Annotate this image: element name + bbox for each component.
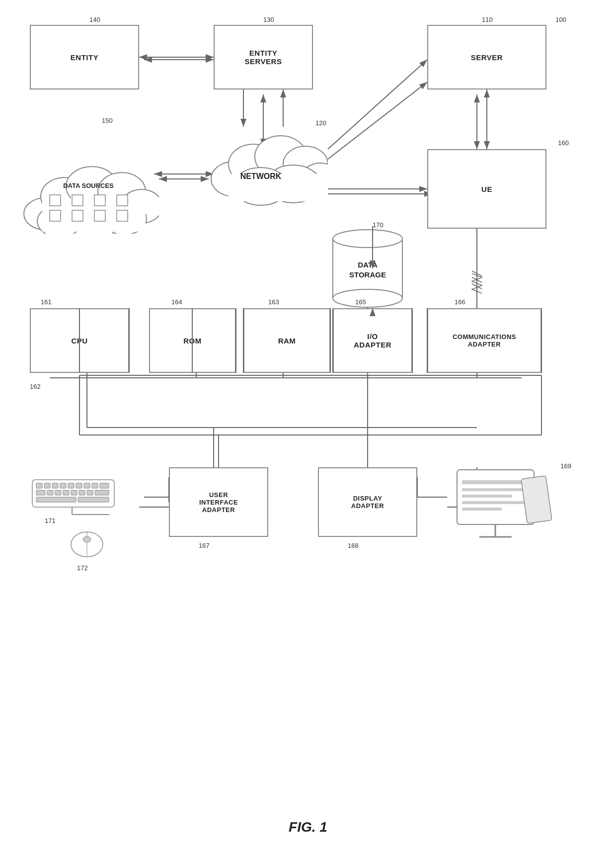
svg-rect-75 — [36, 490, 45, 495]
ref-170: 170 — [373, 221, 384, 229]
svg-rect-53 — [72, 195, 83, 206]
ref-168: 168 — [348, 542, 359, 549]
ref-165: 165 — [355, 298, 366, 306]
svg-rect-78 — [63, 490, 69, 495]
svg-rect-67 — [44, 483, 50, 488]
ue-box: UE — [427, 149, 546, 229]
svg-line-104 — [328, 60, 427, 149]
svg-rect-72 — [84, 483, 90, 488]
ref-167: 167 — [199, 542, 210, 549]
ref-100-label: 100 — [555, 16, 566, 23]
svg-rect-68 — [52, 483, 58, 488]
ref-120: 120 — [315, 119, 326, 127]
rom-label: ROM — [183, 337, 202, 345]
svg-rect-79 — [71, 490, 77, 495]
ref-164: 164 — [171, 298, 182, 306]
svg-rect-74 — [100, 483, 109, 488]
svg-rect-83 — [36, 497, 76, 502]
monitor-icon — [447, 467, 556, 547]
ref-150: 150 — [102, 117, 113, 124]
svg-rect-52 — [50, 195, 61, 206]
svg-line-6 — [328, 82, 427, 159]
comm-adapter-box: COMMUNICATIONSADAPTER — [427, 308, 541, 373]
mouse-icon — [65, 527, 109, 562]
svg-rect-57 — [117, 195, 128, 206]
display-adapter-box: DISPLAYADAPTER — [318, 467, 417, 537]
cpu-box: CPU — [30, 308, 129, 373]
svg-point-62 — [333, 289, 402, 307]
svg-rect-56 — [94, 195, 105, 206]
ref-160: 160 — [558, 139, 569, 147]
ref-163: 163 — [268, 298, 279, 306]
user-interface-adapter-box: USERINTERFACEADAPTER — [169, 467, 268, 537]
svg-rect-80 — [79, 490, 85, 495]
svg-rect-76 — [47, 490, 53, 495]
svg-line-25 — [472, 271, 482, 276]
user-interface-adapter-label: USERINTERFACEADAPTER — [199, 491, 238, 514]
svg-rect-59 — [117, 210, 128, 221]
svg-rect-77 — [55, 490, 61, 495]
svg-rect-73 — [92, 483, 98, 488]
ref-140: 140 — [89, 16, 100, 23]
entity-servers-box: ENTITYSERVERS — [214, 25, 313, 89]
svg-rect-58 — [94, 210, 105, 221]
data-storage-svg: DATA STORAGE — [328, 224, 407, 313]
svg-rect-71 — [76, 483, 82, 488]
svg-rect-82 — [95, 490, 109, 495]
ref-162: 162 — [30, 383, 41, 390]
entity-label: ENTITY — [71, 53, 98, 62]
rom-box: ROM — [149, 308, 236, 373]
svg-text:DATA: DATA — [358, 260, 378, 269]
ref-110: 110 — [482, 16, 493, 23]
ref-172: 172 — [77, 564, 88, 572]
svg-line-26 — [472, 277, 482, 282]
fig-title-text: FIG. 1 — [289, 819, 327, 835]
svg-line-27 — [472, 284, 482, 289]
server-box: SERVER — [427, 25, 546, 89]
network-cloud-svg: NETWORK — [194, 119, 328, 209]
cpu-label: CPU — [71, 337, 87, 345]
svg-text:STORAGE: STORAGE — [349, 270, 386, 279]
svg-text:NETWORK: NETWORK — [240, 172, 282, 180]
svg-rect-55 — [72, 210, 83, 221]
ref-169: 169 — [560, 462, 571, 470]
svg-point-89 — [83, 536, 91, 542]
ue-label: UE — [481, 185, 492, 193]
svg-text:DATA SOURCES: DATA SOURCES — [63, 182, 114, 189]
comm-adapter-label: COMMUNICATIONSADAPTER — [453, 333, 516, 348]
io-adapter-label: I/OADAPTER — [354, 332, 391, 349]
svg-rect-54 — [50, 210, 61, 221]
svg-rect-81 — [87, 490, 93, 495]
entity-servers-label: ENTITYSERVERS — [245, 49, 282, 66]
svg-rect-70 — [68, 483, 74, 488]
ram-box: RAM — [243, 308, 330, 373]
io-adapter-box: I/OADAPTER — [333, 308, 412, 373]
ref-161: 161 — [41, 298, 52, 306]
svg-rect-69 — [60, 483, 66, 488]
figure-title: FIG. 1 — [0, 819, 616, 835]
ram-label: RAM — [278, 337, 296, 345]
diagram: 100 ENTITY 140 ENTITYSERVERS 130 SERVER … — [0, 0, 616, 845]
entity-box: ENTITY — [30, 25, 139, 89]
ref-171: 171 — [45, 517, 56, 524]
ref-166: 166 — [455, 298, 465, 306]
data-sources-cloud-svg: DATA SOURCES — [15, 114, 159, 234]
keyboard-icon — [27, 477, 142, 517]
server-label: SERVER — [471, 53, 503, 62]
svg-rect-66 — [36, 483, 42, 488]
svg-point-61 — [333, 230, 402, 248]
display-adapter-label: DISPLAYADAPTER — [351, 495, 384, 510]
ref-130: 130 — [263, 16, 274, 23]
svg-rect-84 — [78, 497, 109, 502]
